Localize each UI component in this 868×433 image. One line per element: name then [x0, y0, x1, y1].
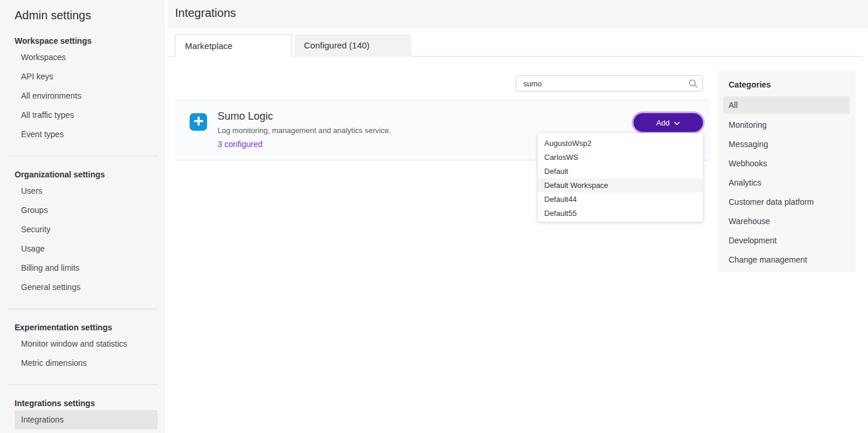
category-all[interactable]: All [723, 96, 850, 114]
search-box [516, 75, 703, 92]
sidebar-divider [8, 385, 158, 385]
chevron-down-icon [674, 118, 680, 127]
dropdown-item-default-workspace[interactable]: Default Workspace [538, 179, 703, 193]
sidebar-item-all-environments[interactable]: All environments [0, 86, 165, 106]
category-warehouse[interactable]: Warehouse [718, 212, 856, 231]
category-webhooks[interactable]: Webhooks [718, 154, 856, 173]
categories-panel: Categories All Monitoring Messaging Webh… [718, 71, 856, 272]
category-analytics[interactable]: Analytics [718, 173, 856, 193]
add-button-label: Add [656, 118, 670, 127]
sidebar-item-users[interactable]: Users [0, 181, 165, 201]
sidebar-divider [8, 309, 158, 309]
page-title: Admin settings [0, 0, 165, 23]
workspace-dropdown-menu: AugustoWsp2 CarlosWS Default Default Wor… [538, 133, 703, 222]
categories-heading: Categories [718, 78, 856, 92]
sidebar-item-billing-and-limits[interactable]: Billing and limits [0, 259, 165, 278]
sidebar-item-security[interactable]: Security [0, 220, 165, 239]
dropdown-item-default55[interactable]: Default55 [538, 207, 703, 221]
tab-marketplace[interactable]: Marketplace [175, 34, 292, 57]
sidebar-divider [8, 156, 158, 156]
tab-configured[interactable]: Configured (140) [295, 34, 411, 57]
sidebar-item-integrations[interactable]: Integrations [15, 410, 158, 429]
dropdown-item-default[interactable]: Default [538, 165, 703, 179]
category-change-management[interactable]: Change management [718, 250, 856, 270]
main-header-title: Integrations [175, 6, 236, 20]
search-icon[interactable] [688, 79, 698, 90]
sidebar-section-integrations-settings: Integrations settings [0, 396, 165, 410]
sidebar-item-general-settings[interactable]: General settings [0, 278, 165, 297]
sumo-logic-logo [190, 113, 207, 131]
tab-bar: Marketplace Configured (140) [168, 34, 863, 57]
sidebar-section-experimentation-settings: Experimentation settings [0, 320, 165, 334]
category-customer-data-platform[interactable]: Customer data platform [718, 193, 856, 212]
category-monitoring[interactable]: Monitoring [718, 116, 856, 135]
sidebar-item-workspaces[interactable]: Workspaces [0, 48, 165, 67]
add-button[interactable]: Add [634, 113, 703, 132]
sidebar-item-api-keys[interactable]: API keys [0, 67, 165, 86]
admin-sidebar: Admin settings Workspace settings Worksp… [0, 0, 165, 433]
integration-name: Sumo Logic [218, 110, 273, 123]
dropdown-item-carlosws[interactable]: CarlosWS [538, 151, 703, 165]
configured-count-link[interactable]: 3 configured [218, 139, 262, 149]
sidebar-item-monitor-window-and-statistics[interactable]: Monitor window and statistics [0, 334, 165, 354]
sidebar-item-metric-dimensions[interactable]: Metric dimensions [0, 354, 165, 373]
category-messaging[interactable]: Messaging [718, 135, 856, 154]
dropdown-item-augustowsp2[interactable]: AugustoWsp2 [538, 137, 703, 151]
plus-icon [194, 116, 204, 128]
integration-description: Log monitoring, management and analytics… [218, 126, 391, 135]
category-development[interactable]: Development [718, 231, 856, 250]
sidebar-item-event-types[interactable]: Event types [0, 125, 165, 144]
sidebar-section-organizational-settings: Organizational settings [0, 167, 165, 181]
dropdown-item-default44[interactable]: Default44 [538, 193, 703, 207]
admin-settings-page: Admin settings Workspace settings Worksp… [0, 0, 868, 433]
sidebar-section-workspace-settings: Workspace settings [0, 34, 165, 48]
sidebar-item-usage[interactable]: Usage [0, 239, 165, 259]
sidebar-item-all-traffic-types[interactable]: All traffic types [0, 106, 165, 125]
search-input[interactable] [516, 75, 703, 92]
sidebar-item-groups[interactable]: Groups [0, 201, 165, 220]
main-header: Integrations [168, 0, 868, 28]
